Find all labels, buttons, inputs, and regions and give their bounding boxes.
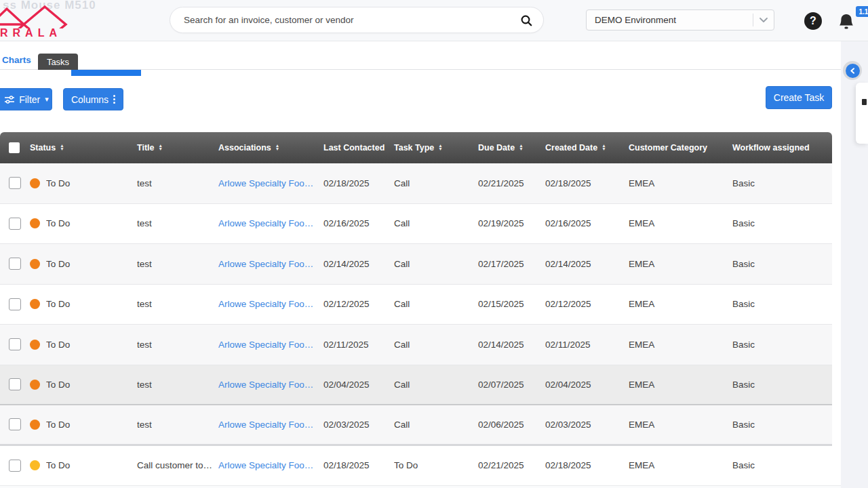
- workflow-assigned: Basic: [732, 380, 832, 390]
- row-checkbox[interactable]: [9, 258, 21, 270]
- column-header-task-type[interactable]: Task Type▲▼: [394, 143, 478, 152]
- columns-button[interactable]: Columns: [63, 88, 123, 110]
- association-link[interactable]: Arlowe Specialty Foods ...: [218, 218, 323, 228]
- last-contacted-date: 02/12/2025: [323, 299, 394, 309]
- chevron-down-icon[interactable]: [759, 17, 768, 23]
- sort-icon[interactable]: ▲▼: [601, 144, 606, 150]
- column-header-associations[interactable]: Associations▲▼: [218, 143, 323, 152]
- chevron-left-icon: [850, 68, 856, 74]
- task-type: Call: [394, 299, 478, 309]
- table-row[interactable]: To DotestArlowe Specialty Foods ...02/16…: [0, 204, 832, 245]
- created-date: 02/14/2025: [545, 259, 629, 269]
- last-contacted-date: 02/14/2025: [323, 259, 394, 269]
- row-checkbox[interactable]: [9, 177, 21, 189]
- association-link[interactable]: Arlowe Specialty Foods ...: [218, 259, 323, 269]
- select-all-checkbox[interactable]: [9, 142, 20, 153]
- workflow-assigned: Basic: [732, 259, 832, 269]
- brand-logo[interactable]: RRALA: [0, 3, 122, 39]
- column-header-customer-category: Customer Category: [629, 143, 732, 152]
- top-bar: ss Mouse M510 RRALA DEMO Environment ?: [0, 0, 868, 41]
- customer-category: EMEA: [629, 259, 732, 269]
- association-link[interactable]: Arlowe Specialty Foods ...: [218, 340, 323, 350]
- due-date: 02/17/2025: [478, 259, 545, 269]
- sort-icon[interactable]: ▲▼: [158, 144, 162, 150]
- notifications-button[interactable]: [837, 12, 857, 33]
- task-title: test: [137, 178, 218, 188]
- search-input[interactable]: [184, 15, 520, 25]
- task-title: test: [137, 259, 218, 269]
- row-select-cell: [0, 418, 30, 430]
- status-cell: To Do: [30, 340, 137, 350]
- created-date: 02/18/2025: [545, 178, 629, 188]
- tab-tasks[interactable]: Tasks: [38, 54, 78, 70]
- table-row[interactable]: To DotestArlowe Specialty Foods ...02/04…: [0, 365, 832, 406]
- association-link[interactable]: Arlowe Specialty Foods ...: [218, 460, 323, 470]
- status-dot-icon: [30, 380, 40, 390]
- tab-charts[interactable]: Charts: [2, 55, 31, 65]
- row-checkbox[interactable]: [9, 378, 21, 390]
- sort-icon[interactable]: ▲▼: [275, 144, 279, 150]
- created-date: 02/04/2025: [545, 380, 629, 390]
- table-row[interactable]: To DotestArlowe Specialty Foods ...02/11…: [0, 325, 832, 365]
- help-button[interactable]: ?: [804, 12, 822, 30]
- table-row[interactable]: To DotestArlowe Specialty Foods ...02/18…: [0, 163, 832, 204]
- association-link[interactable]: Arlowe Specialty Foods ...: [218, 420, 323, 430]
- task-type: Call: [394, 218, 478, 228]
- workflow-assigned: Basic: [732, 460, 832, 470]
- filter-button[interactable]: Filter ▾: [0, 88, 52, 110]
- sort-icon[interactable]: ▲▼: [519, 144, 523, 150]
- row-select-cell: [0, 177, 30, 189]
- collapse-panel-button[interactable]: [846, 64, 860, 78]
- table-row[interactable]: To DotestArlowe Specialty Foods ...02/03…: [0, 405, 832, 446]
- sort-icon[interactable]: ▲▼: [438, 144, 442, 150]
- environment-selected-value: DEMO Environment: [595, 15, 753, 25]
- row-checkbox[interactable]: [9, 418, 21, 430]
- row-checkbox[interactable]: [9, 338, 21, 350]
- column-header-status[interactable]: Status▲▼: [30, 143, 137, 152]
- table-row[interactable]: To DoCall customer to f...Arlowe Special…: [0, 446, 832, 487]
- row-checkbox[interactable]: [9, 298, 21, 310]
- column-header-workflow-assigned: Workflow assigned: [732, 143, 832, 152]
- due-date: 02/07/2025: [478, 380, 545, 390]
- column-header-due-date[interactable]: Due Date▲▼: [478, 143, 545, 152]
- create-task-button[interactable]: Create Task: [766, 86, 832, 109]
- association-link[interactable]: Arlowe Specialty Foods ...: [218, 299, 323, 309]
- status-label: To Do: [46, 420, 75, 430]
- customer-category: EMEA: [629, 460, 732, 470]
- side-panel-card: [856, 83, 868, 144]
- last-contacted-date: 02/18/2025: [323, 460, 394, 470]
- task-title: test: [137, 340, 218, 350]
- association-link[interactable]: Arlowe Specialty Foods ...: [218, 178, 323, 188]
- sort-icon[interactable]: ▲▼: [60, 144, 64, 150]
- table-bottom-edge: [0, 485, 841, 488]
- global-search[interactable]: [170, 7, 544, 33]
- row-checkbox[interactable]: [9, 218, 21, 230]
- column-header-created-date[interactable]: Created Date▲▼: [545, 143, 629, 152]
- table-row[interactable]: To DotestArlowe Specialty Foods ...02/14…: [0, 244, 832, 285]
- status-dot-icon: [30, 178, 40, 188]
- panel-mini-icon[interactable]: [862, 99, 867, 105]
- status-label: To Do: [46, 178, 75, 188]
- search-icon[interactable]: [520, 14, 532, 26]
- status-cell: To Do: [30, 420, 137, 430]
- created-date: 02/03/2025: [545, 420, 629, 430]
- table-row[interactable]: To DotestArlowe Specialty Foods ...02/12…: [0, 285, 832, 325]
- task-title: Call customer to f...: [137, 460, 218, 470]
- workflow-assigned: Basic: [732, 218, 832, 228]
- environment-select[interactable]: DEMO Environment: [586, 9, 774, 30]
- due-date: 02/21/2025: [478, 178, 545, 188]
- status-label: To Do: [46, 218, 75, 228]
- workflow-assigned: Basic: [732, 420, 832, 430]
- last-contacted-date: 02/11/2025: [323, 340, 394, 350]
- task-type: Call: [394, 380, 478, 390]
- select-all-cell: [0, 142, 30, 153]
- association-link[interactable]: Arlowe Specialty Foods ...: [218, 380, 323, 390]
- table-header: Status▲▼Title▲▼Associations▲▼Last Contac…: [0, 132, 832, 163]
- column-header-title[interactable]: Title▲▼: [137, 143, 218, 152]
- task-type: To Do: [394, 460, 478, 470]
- task-type: Call: [394, 420, 478, 430]
- row-checkbox[interactable]: [9, 460, 21, 472]
- task-title: test: [137, 380, 218, 390]
- row-select-cell: [0, 258, 30, 270]
- status-label: To Do: [46, 299, 75, 309]
